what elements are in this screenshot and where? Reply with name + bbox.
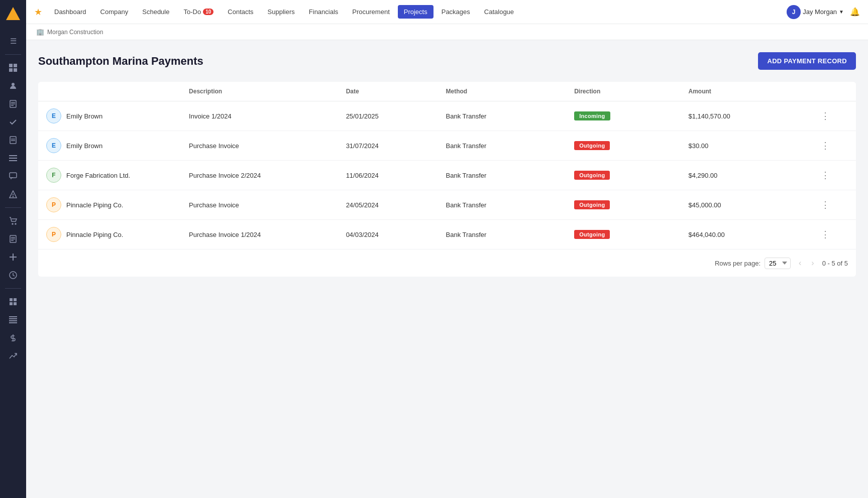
nav-procurement[interactable]: Procurement — [346, 5, 395, 19]
user-avatar: J — [787, 5, 801, 19]
table-row: E Emily Brown Purchase Invoice 31/07/202… — [38, 131, 856, 161]
col-header-direction: Direction — [566, 82, 680, 101]
list-icon[interactable] — [6, 151, 20, 165]
svg-rect-16 — [10, 173, 17, 178]
nav-suppliers[interactable]: Suppliers — [262, 5, 301, 19]
row-more-button-1[interactable]: ⋮ — [817, 139, 834, 152]
menu-icon[interactable]: ☰ — [6, 34, 20, 48]
actions-cell-2: ⋮ — [809, 161, 856, 190]
nav-projects[interactable]: Projects — [398, 5, 433, 19]
payments-table: Description Date Method Direction Amount… — [38, 82, 856, 249]
pagination: Rows per page: 25 50 100 ‹ › 0 - 5 of 5 — [38, 249, 856, 277]
grid-icon[interactable] — [6, 295, 20, 309]
dollar-icon[interactable] — [6, 331, 20, 345]
avatar-2: F — [46, 168, 61, 183]
dashboard-icon[interactable] — [6, 61, 20, 75]
table-row: P Pinnacle Piping Co. Purchase Invoice 2… — [38, 190, 856, 220]
svg-rect-30 — [14, 298, 17, 301]
report-icon[interactable] — [6, 232, 20, 246]
avatar-4: P — [46, 227, 61, 242]
chat-icon[interactable] — [6, 169, 20, 183]
plus-icon[interactable] — [6, 250, 20, 264]
next-page-button[interactable]: › — [809, 257, 816, 270]
document-icon[interactable] — [6, 97, 20, 111]
alert-icon[interactable] — [6, 187, 20, 201]
date-cell-1: 31/07/2024 — [338, 131, 438, 161]
actions-cell-4: ⋮ — [809, 220, 856, 250]
rows-per-page-select[interactable]: 25 50 100 — [765, 258, 791, 269]
rows-per-page-label: Rows per page: 25 50 100 — [715, 258, 791, 269]
topnav-right: J Jay Morgan ▼ 🔔 — [787, 5, 860, 19]
sidebar: ☰ — [0, 0, 26, 498]
breadcrumb-label[interactable]: Morgan Construction — [47, 29, 103, 36]
nav-packages[interactable]: Packages — [436, 5, 476, 19]
payments-table-container: Description Date Method Direction Amount… — [38, 82, 856, 277]
svg-rect-2 — [14, 64, 17, 67]
method-cell-1: Bank Transfer — [438, 131, 567, 161]
table-icon[interactable] — [6, 313, 20, 327]
row-more-button-4[interactable]: ⋮ — [817, 228, 834, 241]
description-cell-1: Purchase Invoice — [181, 131, 338, 161]
sidebar-divider-3 — [5, 288, 21, 289]
direction-cell-2: Outgoing — [566, 161, 680, 190]
star-icon[interactable]: ★ — [34, 7, 42, 18]
table-row: F Forge Fabrication Ltd. Purchase Invoic… — [38, 161, 856, 190]
check-icon[interactable] — [6, 115, 20, 129]
page-info: 0 - 5 of 5 — [822, 260, 848, 267]
row-more-button-2[interactable]: ⋮ — [817, 169, 834, 182]
contact-name-3[interactable]: Pinnacle Piping Co. — [66, 201, 123, 209]
chevron-down-icon: ▼ — [839, 9, 844, 15]
prev-page-button[interactable]: ‹ — [797, 257, 803, 270]
user-menu[interactable]: J Jay Morgan ▼ — [787, 5, 844, 19]
svg-rect-33 — [9, 316, 17, 317]
add-payment-button[interactable]: ADD PAYMENT RECORD — [758, 52, 856, 70]
svg-rect-13 — [9, 155, 17, 156]
description-cell-3: Purchase Invoice — [181, 190, 338, 220]
page-title: Southampton Marina Payments — [38, 55, 203, 68]
nav-dashboard[interactable]: Dashboard — [48, 5, 92, 19]
contact-name-2[interactable]: Forge Fabrication Ltd. — [66, 172, 130, 179]
file-icon[interactable] — [6, 133, 20, 147]
date-cell-3: 24/05/2024 — [338, 190, 438, 220]
direction-badge-0: Incoming — [574, 111, 610, 120]
trend-icon[interactable] — [6, 349, 20, 363]
contact-name-1[interactable]: Emily Brown — [66, 142, 102, 150]
row-more-button-3[interactable]: ⋮ — [817, 198, 834, 211]
direction-badge-2: Outgoing — [574, 171, 610, 180]
nav-todo[interactable]: To-Do 10 — [177, 5, 220, 19]
method-cell-3: Bank Transfer — [438, 190, 567, 220]
notifications-icon[interactable]: 🔔 — [850, 7, 860, 17]
svg-rect-15 — [9, 160, 17, 161]
contact-name-4[interactable]: Pinnacle Piping Co. — [66, 231, 123, 238]
col-header-contact — [38, 82, 181, 101]
direction-cell-1: Outgoing — [566, 131, 680, 161]
svg-marker-0 — [6, 7, 20, 20]
svg-point-20 — [12, 223, 13, 224]
nav-company[interactable]: Company — [94, 5, 135, 19]
direction-cell-0: Incoming — [566, 101, 680, 131]
svg-point-19 — [13, 196, 14, 197]
svg-rect-31 — [10, 302, 13, 305]
svg-point-21 — [15, 223, 16, 224]
clock-icon[interactable] — [6, 268, 20, 282]
nav-contacts[interactable]: Contacts — [222, 5, 259, 19]
nav-financials[interactable]: Financials — [303, 5, 345, 19]
people-icon[interactable] — [6, 79, 20, 93]
avatar-3: P — [46, 197, 61, 212]
direction-badge-3: Outgoing — [574, 200, 610, 209]
date-cell-2: 11/06/2024 — [338, 161, 438, 190]
row-more-button-0[interactable]: ⋮ — [817, 109, 834, 122]
nav-catalogue[interactable]: Catalogue — [478, 5, 520, 19]
app-logo[interactable] — [5, 6, 21, 22]
table-row: P Pinnacle Piping Co. Purchase Invoice 1… — [38, 220, 856, 250]
contact-name-0[interactable]: Emily Brown — [66, 112, 102, 120]
method-cell-0: Bank Transfer — [438, 101, 567, 131]
date-cell-0: 25/01/2025 — [338, 101, 438, 131]
company-icon: 🏢 — [36, 28, 44, 36]
contact-cell-3: P Pinnacle Piping Co. — [38, 190, 181, 220]
col-header-method: Method — [438, 82, 567, 101]
col-header-description: Description — [181, 82, 338, 101]
cart-icon[interactable] — [6, 214, 20, 228]
page-header: Southampton Marina Payments ADD PAYMENT … — [38, 52, 856, 70]
nav-schedule[interactable]: Schedule — [136, 5, 175, 19]
